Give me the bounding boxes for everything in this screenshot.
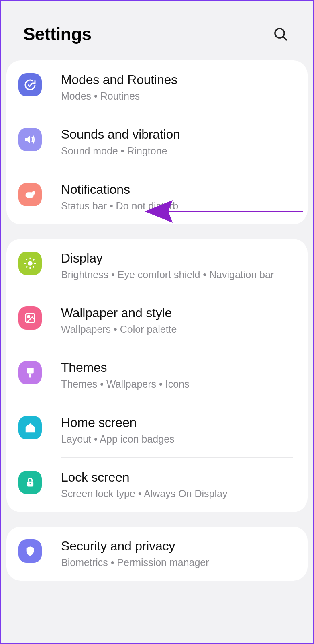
item-subtitle: Sound mode • Ringtone: [61, 144, 297, 158]
notifications-icon: [18, 183, 42, 206]
search-button[interactable]: [271, 24, 291, 44]
svg-line-12: [33, 259, 34, 260]
item-title: Lock screen: [61, 470, 297, 485]
item-title: Modes and Routines: [61, 72, 297, 87]
svg-line-11: [26, 266, 27, 267]
security-icon: [18, 539, 42, 563]
search-icon: [273, 26, 289, 42]
item-title: Security and privacy: [61, 539, 297, 554]
svg-line-10: [33, 266, 34, 267]
item-title: Wallpaper and style: [61, 306, 297, 320]
item-subtitle: Wallpapers • Color palette: [61, 322, 297, 336]
svg-point-4: [28, 261, 32, 265]
item-subtitle: Themes • Wallpapers • Icons: [61, 377, 297, 391]
settings-item-lock[interactable]: Lock screen Screen lock type • Always On…: [6, 458, 308, 512]
routines-icon: [18, 73, 42, 96]
header: Settings: [1, 1, 313, 60]
settings-item-display[interactable]: Display Brightness • Eye comfort shield …: [6, 239, 308, 293]
page-title: Settings: [23, 24, 92, 44]
home-icon: [18, 416, 42, 439]
item-subtitle: Modes • Routines: [61, 89, 297, 103]
svg-point-14: [28, 316, 30, 318]
item-subtitle: Status bar • Do not disturb: [61, 199, 297, 213]
svg-rect-15: [29, 374, 31, 378]
settings-item-home[interactable]: Home screen Layout • App icon badges: [6, 403, 308, 457]
settings-group-1: Modes and Routines Modes • Routines Soun…: [6, 60, 308, 224]
settings-item-wallpaper[interactable]: Wallpaper and style Wallpapers • Color p…: [6, 293, 308, 348]
settings-group-3: Security and privacy Biometrics • Permis…: [6, 527, 308, 581]
item-title: Themes: [61, 360, 297, 375]
item-subtitle: Layout • App icon badges: [61, 432, 297, 446]
volume-icon: [18, 128, 42, 151]
item-subtitle: Brightness • Eye comfort shield • Naviga…: [61, 267, 297, 282]
settings-item-security[interactable]: Security and privacy Biometrics • Permis…: [6, 527, 308, 581]
settings-item-notifications[interactable]: Notifications Status bar • Do not distur…: [6, 170, 308, 224]
item-title: Sounds and vibration: [61, 127, 297, 142]
settings-item-themes[interactable]: Themes Themes • Wallpapers • Icons: [6, 348, 308, 402]
svg-point-0: [275, 29, 284, 38]
item-subtitle: Biometrics • Permission manager: [61, 555, 297, 570]
item-title: Home screen: [61, 415, 297, 430]
svg-point-3: [32, 191, 35, 195]
themes-icon: [18, 361, 42, 384]
svg-line-9: [26, 259, 27, 260]
lock-icon: [18, 471, 42, 494]
item-title: Notifications: [61, 182, 297, 197]
settings-item-modes[interactable]: Modes and Routines Modes • Routines: [6, 60, 308, 115]
wallpaper-icon: [18, 306, 42, 330]
settings-item-sounds[interactable]: Sounds and vibration Sound mode • Ringto…: [6, 115, 308, 169]
svg-line-1: [283, 37, 287, 40]
display-icon: [18, 252, 42, 275]
item-subtitle: Screen lock type • Always On Display: [61, 486, 297, 501]
svg-point-17: [29, 483, 31, 485]
item-title: Display: [61, 251, 297, 266]
settings-group-2: Display Brightness • Eye comfort shield …: [6, 239, 308, 512]
